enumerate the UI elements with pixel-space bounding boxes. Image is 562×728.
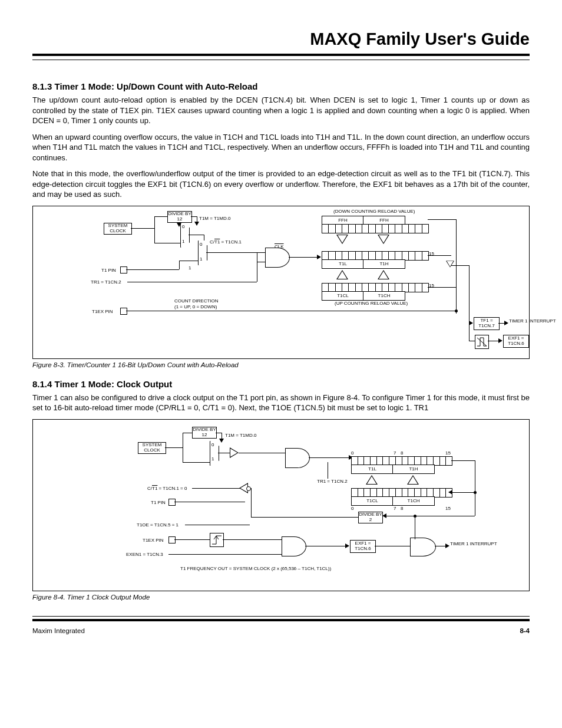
one-and-label: 1 bbox=[189, 265, 191, 271]
down-reload-label: (DOWN COUNTING RELOAD VALUE) bbox=[333, 209, 415, 214]
eight-bot-2: 8 bbox=[401, 506, 403, 511]
t1h-box: T1H bbox=[363, 259, 405, 269]
t1ch-box: T1CH bbox=[363, 291, 405, 301]
divide-by-12-box: DIVIDE BY 12 bbox=[167, 211, 192, 223]
t1ex-pin-label: T1EX PIN bbox=[92, 309, 113, 314]
footer-rule-thick bbox=[32, 619, 530, 621]
seven-bot-2: 7 bbox=[394, 506, 396, 511]
exf1-box: EXF1 = T1CN.6 bbox=[503, 335, 529, 348]
t1l-box: T1L bbox=[322, 259, 364, 269]
ffh-bits bbox=[322, 224, 429, 233]
tri-down-l bbox=[336, 235, 348, 244]
or-gate bbox=[410, 538, 436, 556]
inverter-bubble-icon bbox=[246, 486, 251, 491]
t1-pin-icon bbox=[120, 266, 127, 274]
tri-down-r bbox=[378, 235, 389, 244]
mux2-1: 1 bbox=[200, 256, 202, 262]
freq-label: T1 FREQUENCY OUT = SYSTEM CLOCK (2 x (65… bbox=[180, 566, 331, 571]
edge-detector-icon-2 bbox=[210, 533, 224, 547]
t1cl-box-2: T1CL bbox=[351, 496, 394, 506]
t1-pin-label: T1 PIN bbox=[101, 268, 116, 273]
tri-up-r bbox=[378, 270, 389, 279]
timer1-int-label: TIMER 1 INTERRUPT bbox=[509, 318, 556, 324]
mux0-2: 0 bbox=[211, 442, 214, 447]
count-dir1: COUNT DIRECTION bbox=[174, 298, 219, 304]
zero-top-2: 0 bbox=[351, 450, 353, 456]
and-gate bbox=[265, 248, 290, 268]
tr1-label-2: TR1 = T1CN.2 bbox=[317, 479, 348, 484]
seven-top-2: 7 bbox=[394, 450, 396, 456]
ct1-label-2: C/T1 = T1CN.1 = 0 bbox=[147, 486, 187, 491]
system-clock-box: SYSTEM CLOCK bbox=[104, 223, 132, 235]
figure-8-3-caption: Figure 8-3. Timer/Counter 1 16-Bit Up/Do… bbox=[32, 361, 530, 368]
and-gate-2 bbox=[285, 448, 310, 468]
zero-bot-2: 0 bbox=[351, 506, 353, 511]
t1ch-box-2: T1CH bbox=[392, 496, 435, 506]
page-footer: Maxim Integrated 8-4 bbox=[32, 627, 530, 634]
system-clock-box-2: SYSTEM CLOCK bbox=[138, 442, 166, 454]
buffer-icon bbox=[230, 447, 239, 458]
count-dir2: (1 = UP, 0 = DOWN) bbox=[174, 304, 217, 309]
t1h-box-2: T1H bbox=[392, 465, 435, 474]
clk-label: CLK bbox=[275, 244, 284, 249]
section-813-p2: When an upward counting overflow occurs,… bbox=[32, 132, 530, 163]
page-title: MAXQ Family User's Guide bbox=[32, 29, 530, 49]
tf1-box: TF1 = T1CN.7 bbox=[474, 317, 500, 330]
title-rule-thick bbox=[32, 54, 530, 56]
section-813-p3: Note that in this mode, the overflow/und… bbox=[32, 169, 530, 200]
divide-by-2-box: DIVIDE BY 2 bbox=[358, 512, 383, 523]
section-814-heading: 8.1.4 Timer 1 Mode: Clock Output bbox=[32, 379, 530, 389]
svg-line-0 bbox=[477, 338, 487, 346]
t1m-label-2: T1M = T1MD.0 bbox=[225, 433, 256, 438]
t1m-label: T1M = T1MD.0 bbox=[199, 216, 230, 221]
figure-8-4-caption: Figure 8-4. Timer 1 Clock Output Mode bbox=[32, 594, 530, 601]
title-rule-thin bbox=[32, 60, 530, 60]
mux1-2: 1 bbox=[211, 456, 214, 462]
edge-detector-icon bbox=[475, 335, 489, 349]
exf1-box-2: EXF1 = T1CN.6 bbox=[350, 540, 376, 553]
ct1-label: C/T1 = T1CN.1 bbox=[210, 239, 242, 245]
t1ex-pin-label-2: T1EX PIN bbox=[143, 538, 164, 543]
t1-pin-icon-2 bbox=[168, 499, 176, 506]
t1ex-pin-icon-2 bbox=[168, 536, 176, 543]
timer1-int-label-2: TIMER 1 INTERRUPT bbox=[450, 541, 497, 546]
mux1-1: 1 bbox=[182, 239, 184, 244]
t1ex-pin-icon bbox=[120, 308, 127, 315]
eight-top-2: 8 bbox=[401, 450, 403, 456]
footer-page-number: 8-4 bbox=[520, 627, 530, 634]
t1oe-label: T1OE = T1CN.5 = 1 bbox=[137, 522, 178, 528]
footer-vendor: Maxim Integrated bbox=[32, 627, 85, 634]
t1cl-box: T1CL bbox=[322, 291, 364, 301]
tri-up-l-2 bbox=[366, 475, 378, 485]
tri-down-sel bbox=[446, 261, 454, 267]
section-814-p1: Timer 1 can also be configured to drive … bbox=[32, 393, 530, 413]
tri-up-l bbox=[336, 270, 348, 279]
exen1-label: EXEN1 = T1CN.3 bbox=[126, 552, 163, 557]
fifteen-bot-2: 15 bbox=[445, 506, 451, 511]
footer-rule-thin bbox=[32, 616, 530, 617]
section-813-p1: The up/down count auto-reload option is … bbox=[32, 95, 530, 126]
figure-8-3: SYSTEM CLOCK DIVIDE BY 12 0 1 T1M = T1MD… bbox=[32, 206, 530, 359]
tr1-label: TR1 = T1CN.2 bbox=[91, 279, 121, 285]
t1-pin-label-2: T1 PIN bbox=[151, 500, 166, 505]
mux2-0: 0 bbox=[200, 242, 202, 247]
t1l-box-2: T1L bbox=[351, 465, 394, 474]
and-gate-3 bbox=[282, 536, 306, 556]
figure-8-4: DIVIDE BY 12 SYSTEM CLOCK 0 1 T1M = T1MD… bbox=[32, 419, 530, 591]
up-reload-label: (UP COUNTING RELOAD VALUE) bbox=[335, 301, 408, 306]
mux1-0: 0 bbox=[182, 224, 184, 229]
tri-up-r-2 bbox=[407, 475, 419, 485]
divide-by-12-box-2: DIVIDE BY 12 bbox=[192, 427, 217, 439]
fifteen-top-2: 15 bbox=[445, 450, 451, 456]
section-813-heading: 8.1.3 Timer 1 Mode: Up/Down Count with A… bbox=[32, 81, 530, 91]
